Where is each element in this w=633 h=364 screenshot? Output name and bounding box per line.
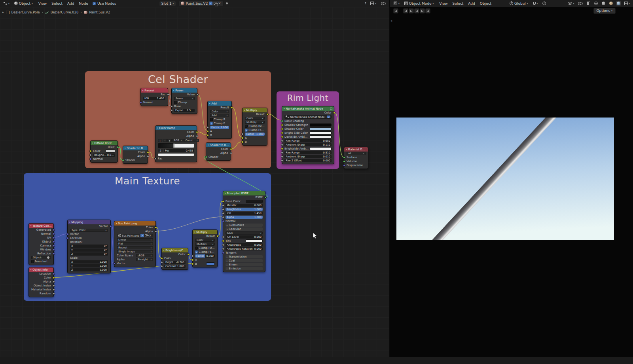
node-header[interactable]: ▾Power — [172, 88, 197, 93]
node-header[interactable]: ▾Fresnel — [141, 88, 168, 93]
group-edit-icon[interactable] — [330, 108, 332, 110]
node-shader-to-rgb-2[interactable]: ▾Shader to RGBColorAlphaShader — [206, 142, 231, 161]
input-socket[interactable] — [89, 154, 92, 156]
input-socket[interactable] — [122, 159, 124, 161]
ramp-interpolation[interactable]: Consta...▾ — [184, 139, 199, 142]
value-factor[interactable]: Factor1.000 — [210, 126, 229, 129]
select-add[interactable]: Add▾ — [210, 114, 229, 117]
checkbox-icon[interactable]: ✓ — [210, 122, 213, 125]
checkbox-icon[interactable]: ✓ — [195, 250, 198, 254]
input-socket[interactable] — [343, 160, 345, 163]
output-socket[interactable] — [264, 196, 267, 199]
ramp-color-mode[interactable]: RGB▾ — [172, 139, 184, 142]
tool-option-button[interactable] — [420, 8, 425, 13]
tool-option-button[interactable] — [425, 8, 430, 13]
input-socket[interactable] — [281, 144, 283, 146]
select-single-image[interactable]: Single Image▾ — [117, 250, 153, 253]
output-socket[interactable] — [196, 135, 198, 137]
shading-solid-button[interactable] — [601, 1, 606, 6]
node-multiply-2[interactable]: ▾MultiplyResultColor▾Multiply▾Clamp Resu… — [192, 229, 218, 267]
collapse-icon[interactable]: ▾ — [116, 222, 117, 224]
node-header[interactable]: ▾Shader to RGB — [206, 143, 231, 147]
node-header[interactable]: ▾Object Info — [29, 267, 53, 272]
ramp-tool-button[interactable]: + — [158, 139, 162, 142]
material-selector[interactable]: Paint.Sus.V2 ✓ × — [178, 1, 224, 6]
input-socket[interactable] — [222, 200, 224, 203]
input-socket[interactable] — [171, 109, 173, 112]
value-metallic[interactable]: Metallic0.000 — [226, 204, 263, 207]
color-swatch[interactable] — [310, 131, 332, 135]
color-ramp-gradient[interactable] — [158, 143, 194, 148]
value-exponent[interactable]: Exponent1.500 — [174, 109, 195, 112]
eyedropper-icon[interactable] — [47, 256, 50, 259]
node-rim-group[interactable]: ▾NaritaHaruka Animat NodeColorNaritaHaru… — [282, 106, 334, 164]
node-image-texture[interactable]: ▾Sus.Paint.pngColorAlphaSus.Paint.png✓×L… — [114, 221, 156, 267]
value-ior[interactable]: IOR1.450 — [226, 212, 263, 215]
node-group-selector[interactable]: NaritaHaruka Animat Node✓ — [284, 115, 332, 119]
output-socket[interactable] — [110, 225, 112, 228]
output-socket[interactable] — [117, 146, 119, 148]
viewport-menu-view[interactable]: View — [437, 1, 449, 6]
input-socket[interactable] — [222, 212, 224, 214]
output-socket[interactable] — [53, 281, 55, 283]
ramp-tool-button[interactable]: ▾ — [167, 139, 172, 142]
value-rim-range[interactable]: Rim Range0.650 — [284, 139, 332, 142]
value-anisotropic[interactable]: Anisotropic0.000 — [226, 243, 263, 246]
input-socket[interactable] — [89, 158, 92, 160]
output-socket[interactable] — [53, 273, 55, 275]
value-factor[interactable]: Factor0.500 — [195, 254, 215, 258]
overlays-toggle[interactable] — [380, 1, 387, 6]
output-socket[interactable] — [333, 112, 335, 114]
object-field[interactable]: Object: — [31, 256, 51, 259]
shader-menu-node[interactable]: Node — [77, 1, 90, 6]
input-socket[interactable] — [281, 155, 283, 158]
collapse-icon[interactable]: ▾ — [69, 221, 70, 223]
output-socket[interactable] — [53, 248, 55, 251]
collapse-icon[interactable]: ▾ — [92, 142, 93, 144]
xray-toggle[interactable] — [586, 1, 591, 6]
node-header[interactable]: ▾Diffuse BSDF — [91, 141, 118, 145]
output-socket[interactable] — [231, 106, 233, 109]
select-multiply[interactable]: Multiply▾ — [195, 243, 215, 246]
value-roughness[interactable]: Roughness1.000 — [226, 208, 263, 211]
shader-menu-view[interactable]: View — [36, 1, 49, 6]
select-color[interactable]: Color▾ — [195, 239, 215, 242]
section-emission[interactable]: ▸Emission — [226, 267, 263, 271]
node-header[interactable]: ▾Add — [208, 101, 231, 106]
collapse-icon[interactable]: ▾ — [284, 108, 284, 110]
output-socket[interactable] — [216, 235, 219, 237]
breadcrumb-item[interactable]: BezierCurve.028 — [51, 10, 79, 14]
node-add[interactable]: ▾AddResultColor▾Add▾Clamp Result✓Clamp F… — [207, 101, 232, 139]
input-socket[interactable] — [113, 262, 116, 265]
output-socket[interactable] — [53, 292, 55, 295]
collapse-icon[interactable]: ▾ — [346, 148, 347, 150]
input-socket[interactable] — [205, 156, 207, 158]
shading-material-button[interactable] — [608, 1, 614, 6]
input-socket[interactable] — [171, 105, 173, 108]
input-socket[interactable] — [241, 133, 244, 135]
output-socket[interactable] — [196, 131, 198, 133]
input-socket[interactable] — [191, 263, 194, 265]
viewport-menu-object[interactable]: Object — [478, 1, 493, 6]
active-tool-button[interactable] — [393, 8, 398, 13]
value-y[interactable]: Y1.000 — [70, 264, 108, 267]
options-button[interactable]: Options ▾ — [593, 8, 616, 14]
value-ior[interactable]: IOR1.450 — [143, 97, 165, 100]
node-header[interactable]: ▾Shader to RGB — [123, 146, 148, 150]
select-all[interactable]: All▾ — [347, 152, 366, 155]
input-socket[interactable] — [281, 140, 283, 142]
collapse-icon[interactable]: ▾ — [225, 192, 226, 194]
color-swatch[interactable] — [105, 150, 115, 153]
input-socket[interactable] — [222, 236, 224, 238]
snapping-toggle[interactable]: ▾ — [532, 2, 539, 5]
section-sheen[interactable]: ▸Sheen — [226, 263, 263, 267]
select-type[interactable]: Type:Point▾ — [70, 229, 108, 232]
collapse-icon[interactable]: ▾ — [194, 231, 195, 233]
collapse-icon[interactable]: ▾ — [30, 269, 31, 271]
checkbox-icon[interactable]: ✓ — [245, 129, 248, 132]
node-canvas[interactable]: ▸BezierCurve.Pole›BezierCurve.028›Paint.… — [0, 7, 389, 357]
input-socket[interactable] — [140, 101, 142, 104]
collapse-icon[interactable]: ▾ — [244, 109, 245, 111]
pin-icon[interactable] — [226, 2, 228, 4]
output-socket[interactable] — [167, 93, 169, 96]
